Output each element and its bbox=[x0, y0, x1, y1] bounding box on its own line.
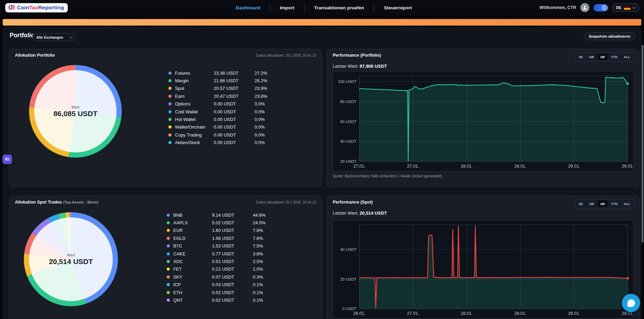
time-range-group: 1D1W1MYTDALL bbox=[574, 199, 634, 208]
legend-label: BNB bbox=[173, 213, 212, 218]
logo-monogram-icon: CR bbox=[8, 4, 15, 11]
legend-label: CAKE bbox=[173, 251, 212, 256]
source-note: Quelle: Backend-History (falls vorhanden… bbox=[333, 174, 443, 178]
legend-label: BTC bbox=[173, 243, 212, 248]
legend-row: Hot Wallet0.00 USDT0.0% bbox=[168, 115, 272, 123]
legend-row: QNT0.02 USDT0.1% bbox=[167, 296, 270, 304]
legend-percent: 0.0% bbox=[255, 109, 272, 114]
chat-widget-button[interactable] bbox=[622, 294, 640, 312]
user-avatar[interactable] bbox=[580, 3, 589, 12]
page-title: Portfolio bbox=[10, 32, 35, 39]
legend-value: 0.00 USDT bbox=[214, 124, 255, 130]
legend-row: Earn20.47 USDT23.8% bbox=[168, 92, 272, 100]
range-button-1d[interactable]: 1D bbox=[576, 54, 586, 60]
spot-legend: BNB9.14 USDT44.6%AAPLX5.02 USDT24.5%EUR1… bbox=[167, 211, 270, 304]
app-logo[interactable]: CR CoinTaxReporting bbox=[6, 3, 67, 12]
main-content-panel: Portfolio Alle Exchanges Snapshots aktua… bbox=[3, 27, 641, 319]
legend-label: QNT bbox=[173, 298, 212, 303]
legend-value: 0.00 USDT bbox=[214, 101, 255, 106]
time-range-group: 1D1W1MYTDALL bbox=[574, 52, 634, 62]
svg-text:28.01.: 28.01. bbox=[461, 164, 473, 169]
range-button-1m[interactable]: 1M bbox=[597, 200, 607, 207]
card-title: Allokation Spot Trades(Top-Assets - Wert… bbox=[15, 200, 98, 205]
legend-color-dot bbox=[167, 237, 170, 240]
svg-text:27.01.: 27.01. bbox=[407, 311, 419, 316]
range-button-all[interactable]: ALL bbox=[621, 54, 633, 60]
refresh-snapshots-button[interactable]: Snapshots aktualisieren bbox=[584, 32, 635, 40]
legend-row: Cold Wallet0.00 USDT0.0% bbox=[168, 108, 272, 115]
vertical-scrollbar[interactable] bbox=[642, 45, 643, 243]
svg-text:20 USDT: 20 USDT bbox=[340, 159, 357, 163]
legend-percent: 0.0% bbox=[255, 101, 272, 106]
legend-value: 0.77 USDT bbox=[212, 251, 253, 256]
legend-color-dot bbox=[168, 110, 172, 113]
legend-percent: 0.1% bbox=[253, 298, 270, 303]
svg-text:29.01.: 29.01. bbox=[568, 311, 580, 316]
moon-icon: ☾ bbox=[601, 5, 607, 11]
card-title: Performance (Portfolio) bbox=[333, 53, 381, 58]
nav-item-transaktionen-pruefen[interactable]: Transaktionen pruefen bbox=[313, 5, 366, 10]
legend-value: 0.00 USDT bbox=[214, 132, 255, 138]
spot-line-chart: 40 USDT20 USDT0 USDT26.01.27.01.28.01.28… bbox=[333, 220, 634, 319]
card-title: Performance (Spot) bbox=[333, 200, 373, 205]
legend-percent: 2.5% bbox=[253, 259, 270, 264]
svg-text:40 USDT: 40 USDT bbox=[340, 139, 357, 143]
legend-row: Margin21.66 USDT25.2% bbox=[168, 77, 272, 84]
legend-value: 0.51 USDT bbox=[212, 259, 253, 264]
last-updated-text: Zuletzt aktualisiert: 29.1.2026, 16:41:1… bbox=[256, 54, 316, 57]
card-title: Allokation Portfolio bbox=[15, 53, 55, 58]
line-chart-canvas: 40 USDT20 USDT0 USDT26.01.27.01.28.01.28… bbox=[333, 221, 633, 318]
language-select[interactable]: DE bbox=[612, 3, 639, 12]
top-navbar: CR CoinTaxReporting DashboardImportTrans… bbox=[0, 0, 644, 15]
last-updated-text: Zuletzt aktualisiert: 29.1.2026, 16:41:1… bbox=[256, 200, 316, 204]
legend-label: Hot Wallet bbox=[175, 117, 214, 122]
legend-color-dot bbox=[168, 125, 172, 129]
chevron-down-icon bbox=[633, 6, 636, 9]
ki-assistant-badge[interactable]: KI bbox=[2, 154, 12, 164]
svg-text:100 USDT: 100 USDT bbox=[338, 79, 357, 84]
range-button-1d[interactable]: 1D bbox=[576, 200, 586, 207]
legend-color-dot bbox=[167, 244, 170, 247]
nav-separator bbox=[304, 3, 304, 12]
legend-percent: 1.0% bbox=[253, 266, 270, 272]
legend-label: EGLD bbox=[173, 236, 212, 241]
legend-value: 0.03 USDT bbox=[212, 282, 253, 287]
range-button-1m[interactable]: 1M bbox=[597, 54, 607, 60]
legend-color-dot bbox=[167, 260, 170, 263]
person-icon bbox=[582, 5, 587, 10]
legend-color-dot bbox=[168, 95, 172, 98]
legend-color-dot bbox=[167, 275, 170, 279]
range-button-1w[interactable]: 1W bbox=[586, 200, 597, 207]
nav-item-dashboard[interactable]: Dashboard bbox=[234, 5, 262, 10]
legend-label: Margin bbox=[175, 78, 214, 83]
portfolio-donut-chart: Wert 86,085 USDT bbox=[29, 65, 122, 158]
legend-row: Futures23.38 USDT27.2% bbox=[168, 69, 272, 77]
legend-color-dot bbox=[168, 118, 172, 121]
legend-row: EGLD1.56 USDT7.6% bbox=[167, 234, 270, 242]
legend-percent: 7.8% bbox=[253, 228, 270, 233]
donut-center-label: Wert 20,514 USDT bbox=[24, 212, 118, 306]
legend-color-dot bbox=[168, 141, 172, 144]
exchange-filter-value: Alle Exchanges bbox=[36, 35, 63, 39]
range-button-ytd[interactable]: YTD bbox=[608, 200, 620, 207]
performance-portfolio-card: Performance (Portfolio) 1D1W1MYTDALL Let… bbox=[327, 49, 640, 187]
dark-mode-toggle[interactable]: ☾ bbox=[594, 4, 608, 11]
legend-value: 9.14 USDT bbox=[212, 213, 253, 218]
last-value-text: Letzter Wert: 20,514 USDT bbox=[333, 210, 387, 216]
legend-row: Copy Trading0.00 USDT0.0% bbox=[168, 131, 272, 139]
range-button-1w[interactable]: 1W bbox=[586, 54, 597, 60]
range-button-all[interactable]: ALL bbox=[621, 200, 633, 207]
nav-item-import[interactable]: Import bbox=[278, 5, 296, 10]
welcome-text: Willkommen, CTR bbox=[540, 5, 576, 10]
legend-row: Aktien/Stock0.00 USDT0.0% bbox=[168, 139, 272, 147]
legend-color-dot bbox=[167, 299, 170, 302]
legend-value: 0.21 USDT bbox=[212, 266, 253, 272]
legend-label: Earn bbox=[175, 94, 214, 99]
nav-separator bbox=[374, 3, 374, 12]
exchange-filter-select[interactable]: Alle Exchanges bbox=[33, 33, 76, 41]
legend-value: 1.56 USDT bbox=[212, 236, 253, 241]
range-button-ytd[interactable]: YTD bbox=[608, 54, 620, 60]
svg-text:40 USDT: 40 USDT bbox=[340, 247, 357, 252]
legend-value: 0.02 USDT bbox=[212, 298, 253, 303]
nav-item-steuerreport[interactable]: Steuerreport bbox=[383, 5, 413, 10]
